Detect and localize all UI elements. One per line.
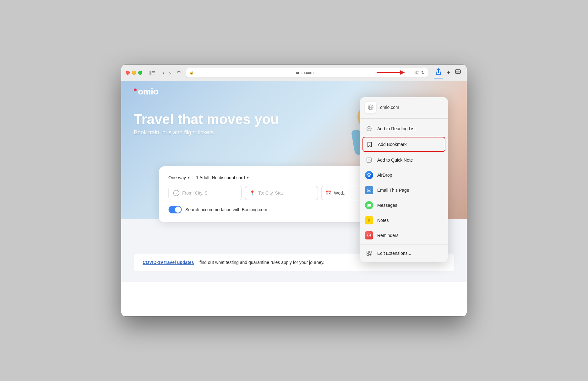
- nav-buttons: ‹ ›: [161, 69, 172, 76]
- svg-rect-50: [367, 254, 369, 255]
- dropdown-item-add-bookmark[interactable]: Add Bookmark: [362, 137, 445, 152]
- shield-button[interactable]: 🛡: [176, 69, 183, 76]
- toolbar-right: +: [434, 67, 462, 78]
- dropdown-item-email[interactable]: Email This Page: [360, 183, 448, 198]
- add-bookmark-label: Add Bookmark: [378, 142, 407, 147]
- svg-rect-40: [367, 189, 371, 192]
- from-icon: ○: [173, 190, 179, 196]
- dropdown-item-airdrop[interactable]: AirDrop: [360, 168, 448, 183]
- from-placeholder: From: City, S: [182, 190, 208, 196]
- passenger-chevron: ▾: [247, 176, 249, 180]
- svg-rect-48: [367, 251, 369, 253]
- calendar-icon: 📅: [326, 190, 331, 196]
- tab-overview-button[interactable]: [454, 68, 462, 77]
- reminders-label: Reminders: [377, 233, 399, 238]
- svg-point-33: [369, 128, 370, 129]
- date-value: Wed...: [334, 190, 346, 196]
- omio-dot: [134, 89, 137, 91]
- share-dropdown: omio.com Add to Reading List: [360, 97, 448, 262]
- airdrop-icon: [365, 171, 373, 179]
- svg-rect-7: [456, 71, 460, 72]
- reminders-icon: [365, 231, 373, 239]
- sidebar-toggle-button[interactable]: [148, 69, 157, 76]
- refresh-icon[interactable]: ↻: [421, 70, 425, 75]
- email-icon: [365, 186, 373, 194]
- svg-point-34: [370, 128, 371, 129]
- traffic-lights: [126, 71, 142, 75]
- dropdown-item-reading-list[interactable]: Add to Reading List: [360, 121, 448, 136]
- dropdown-divider-top: [360, 118, 448, 119]
- site-name-label: omio.com: [380, 105, 399, 110]
- dropdown-items: Add to Reading List Add Bookmark: [360, 120, 448, 262]
- extensions-label: Edit Extensions...: [377, 251, 411, 256]
- covid-text: —find out what testing and quarantine ru…: [195, 260, 324, 265]
- dropdown-divider-bottom: [360, 244, 448, 244]
- arrow-indicator: [375, 68, 406, 77]
- svg-point-32: [368, 128, 369, 129]
- messages-icon: [365, 201, 373, 209]
- to-placeholder: To: City, Stat: [258, 190, 283, 196]
- new-tab-button[interactable]: +: [445, 68, 452, 77]
- to-input[interactable]: 📍 To: City, Stat: [245, 186, 318, 200]
- accommodation-toggle[interactable]: [168, 206, 182, 213]
- to-icon: 📍: [249, 190, 255, 196]
- trip-type-label: One-way: [168, 175, 186, 180]
- passenger-label: 1 Adult, No discount card: [196, 175, 245, 180]
- fullscreen-button[interactable]: [138, 71, 142, 75]
- title-bar: ‹ › 🛡 🔒 omio.com ⿻ ↻: [121, 65, 467, 81]
- covid-link[interactable]: COVID-19 travel updates: [143, 260, 194, 265]
- dropdown-item-messages[interactable]: Messages: [360, 198, 448, 213]
- svg-rect-2: [152, 72, 155, 73]
- trip-type-selector[interactable]: One-way ▾: [168, 175, 190, 180]
- share-button[interactable]: [434, 67, 443, 78]
- trip-type-chevron: ▾: [188, 176, 190, 180]
- airdrop-label: AirDrop: [377, 173, 392, 178]
- omio-logo-text: omio: [138, 87, 158, 97]
- share-button-area: [434, 67, 443, 78]
- email-label: Email This Page: [377, 188, 409, 193]
- svg-rect-3: [152, 74, 155, 74]
- dropdown-item-quick-note[interactable]: Add to Quick Note: [360, 153, 448, 168]
- back-button[interactable]: ‹: [161, 69, 166, 76]
- omio-logo: omio: [134, 87, 158, 97]
- reading-list-icon: [365, 125, 373, 133]
- quick-note-icon: [365, 156, 373, 164]
- dropdown-item-reminders[interactable]: Reminders: [360, 228, 448, 243]
- svg-marker-5: [400, 70, 405, 75]
- quick-note-label: Add to Quick Note: [377, 158, 413, 163]
- browser-window: ‹ › 🛡 🔒 omio.com ⿻ ↻: [121, 65, 467, 316]
- toggle-knob: [175, 207, 181, 213]
- reading-list-label: Add to Reading List: [377, 126, 416, 131]
- messages-label: Messages: [377, 203, 397, 208]
- from-input[interactable]: ○ From: City, S: [168, 186, 242, 200]
- bookmark-icon: [366, 140, 374, 148]
- dropdown-header: omio.com: [360, 97, 448, 117]
- browser-content: omio Travel that moves you Book train, b…: [121, 81, 467, 316]
- close-button[interactable]: [126, 71, 130, 75]
- svg-rect-49: [369, 251, 371, 253]
- extensions-icon: [365, 249, 373, 257]
- lock-icon: 🔒: [189, 71, 194, 75]
- svg-rect-1: [152, 71, 155, 72]
- notes-icon: [365, 216, 373, 224]
- translate-icon[interactable]: ⿻: [416, 70, 420, 75]
- site-favicon: [365, 102, 376, 113]
- svg-rect-0: [150, 71, 151, 75]
- passenger-selector[interactable]: 1 Adult, No discount card ▾: [196, 175, 249, 180]
- accommodation-label: Search accommodation with Booking.com: [185, 207, 267, 212]
- minimize-button[interactable]: [132, 71, 136, 75]
- svg-line-47: [369, 235, 370, 236]
- dropdown-item-extensions[interactable]: Edit Extensions...: [360, 246, 448, 261]
- dropdown-item-notes[interactable]: Notes: [360, 213, 448, 228]
- url-icons: ⿻ ↻: [416, 70, 425, 75]
- forward-button[interactable]: ›: [167, 69, 172, 76]
- notes-label: Notes: [377, 218, 389, 223]
